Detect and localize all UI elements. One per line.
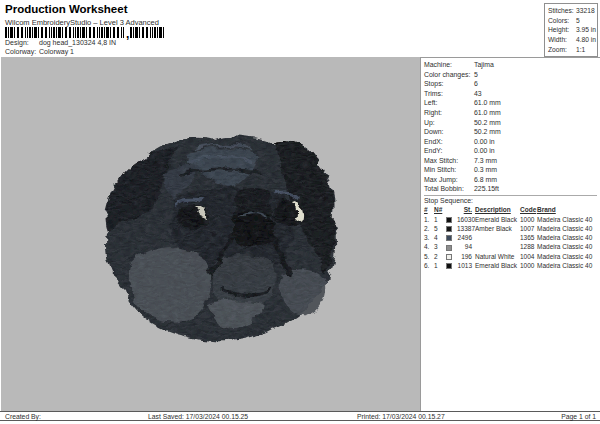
barcode-bar (29, 27, 31, 38)
thread-brand: Madeira Classic 40 (537, 262, 597, 269)
barcode-bar (82, 27, 85, 38)
needle-num: 1 (434, 262, 445, 269)
barcode-bar (73, 27, 74, 38)
machine-info-row: Stops:6 (424, 79, 597, 89)
barcode-bar (133, 27, 134, 38)
machine-info-row: EndX:0.00 in (424, 136, 597, 146)
barcode-bar (163, 27, 164, 38)
printed-text: Printed: 17/03/2024 00.15.27 (357, 413, 445, 420)
machine-info-row: Up:50.2 mm (424, 117, 597, 127)
stitch-count: 2496 (457, 234, 474, 241)
colorway-label: Colorway: (5, 48, 39, 55)
barcode-bar (62, 27, 63, 38)
barcode-bar (25, 27, 26, 38)
design-value: dog head_130324 4,8 IN (39, 39, 116, 46)
thread-swatch-cell (446, 262, 456, 269)
machine-info-label: Total Bobbin: (424, 185, 474, 192)
barcode-bar (17, 27, 19, 38)
thread-code: 1007 (520, 225, 536, 232)
colorway-value: Colorway 1 (39, 48, 74, 55)
thread-swatch-cell (446, 225, 456, 232)
design-details-panel: Machine:TajimaColor changes:5Stops:6Trim… (420, 57, 600, 411)
thread-description: Emerald Black (475, 216, 519, 223)
stop-sequence-row: 3.424961365Madeira Classic 40 (424, 233, 597, 242)
stop-sequence-rows: 1.116030Emerald Black1000Madeira Classic… (424, 214, 597, 270)
barcode-bar (135, 27, 138, 38)
stop-num: 2. (424, 225, 433, 232)
thread-code: 1000 (520, 262, 536, 269)
machine-info-label: Trims: (424, 90, 474, 97)
machine-info-value: 0.3 mm (474, 166, 497, 173)
stop-num: 6. (424, 262, 433, 269)
machine-info-row: Down:50.2 mm (424, 127, 597, 137)
barcode-bar (110, 27, 111, 38)
design-barcode: , (5, 27, 166, 38)
machine-info-label: Down: (424, 128, 474, 135)
thread-brand: Madeira Classic 40 (537, 225, 597, 232)
barcode-bar (5, 27, 7, 38)
design-label: Design: (5, 39, 39, 46)
thread-brand: Madeira Classic 40 (537, 253, 597, 260)
summary-row: Height:3.95 in (548, 25, 597, 35)
thread-color-swatch (446, 217, 452, 223)
stitch-count: 16030 (457, 216, 474, 223)
col-header-num: # (424, 206, 433, 213)
stop-num: 3. (424, 234, 433, 241)
barcode-bar (58, 27, 61, 38)
stop-num: 5. (424, 253, 433, 260)
thread-color-swatch (446, 235, 452, 241)
barcode-bar (130, 27, 132, 38)
machine-info-row: Right:61.0 mm (424, 108, 597, 118)
thread-swatch-cell (446, 243, 456, 250)
summary-row: Zoom:1:1 (548, 44, 597, 54)
barcode-bar (41, 27, 43, 38)
needle-num: 5 (434, 225, 445, 232)
stop-sequence-row: 1.116030Emerald Black1000Madeira Classic… (424, 214, 597, 223)
barcode-bar (154, 27, 156, 38)
summary-label: Stitches: (548, 7, 576, 14)
barcode-bar (75, 27, 76, 38)
machine-info-label: Up: (424, 119, 474, 126)
needle-num: 1 (434, 216, 445, 223)
thread-brand: Madeira Classic 40 (537, 243, 597, 250)
machine-info-row: Total Bobbin:225.15ft (424, 184, 597, 194)
barcode-bar (99, 27, 100, 38)
thread-brand: Madeira Classic 40 (537, 234, 597, 241)
summary-label: Colors: (548, 17, 576, 24)
stop-sequence-row: 2.513387Amber Black1007Madeira Classic 4… (424, 224, 597, 233)
summary-value: 1:1 (576, 46, 585, 53)
barcode-bar (113, 27, 115, 38)
barcode-bar (56, 27, 57, 38)
machine-info-value: 225.15ft (474, 185, 499, 192)
col-header-needle: N# (434, 206, 445, 213)
machine-info-label: EndY: (424, 147, 474, 154)
barcode-bar (146, 27, 148, 38)
machine-info-label: Max Stitch: (424, 157, 474, 164)
needle-num: 3 (434, 243, 445, 250)
stop-sequence-row: 6.11013Emerald Black1000Madeira Classic … (424, 261, 597, 270)
barcode-bar (65, 27, 67, 38)
barcode-bar (8, 27, 9, 38)
thread-color-swatch (446, 254, 452, 260)
machine-info-row: Min Stitch:0.3 mm (424, 165, 597, 175)
thread-code: 1000 (520, 216, 536, 223)
stop-sequence-row: 4.3941288Madeira Classic 40 (424, 242, 597, 251)
barcode-bar (157, 27, 158, 38)
thread-description: Emerald Black (475, 262, 519, 269)
barcode-bar (49, 27, 50, 38)
machine-info-row: Max Jump:6.8 mm (424, 175, 597, 185)
summary-value: 3.95 in (576, 26, 596, 33)
machine-info-value: 43 (474, 90, 482, 97)
stop-num: 1. (424, 216, 433, 223)
thread-brand: Madeira Classic 40 (537, 216, 597, 223)
page-number: Page 1 of 1 (561, 413, 596, 420)
barcode-bar (121, 27, 122, 38)
machine-info-value: 61.0 mm (474, 109, 501, 116)
barcode-bar (93, 27, 95, 38)
machine-info-row: Trims:43 (424, 89, 597, 99)
stitch-count: 13387 (457, 225, 474, 232)
machine-info-value: 50.2 mm (474, 128, 501, 135)
barcode-bar (53, 27, 55, 38)
barcode-bar (106, 27, 109, 38)
machine-info-label: Min Stitch: (424, 166, 474, 173)
